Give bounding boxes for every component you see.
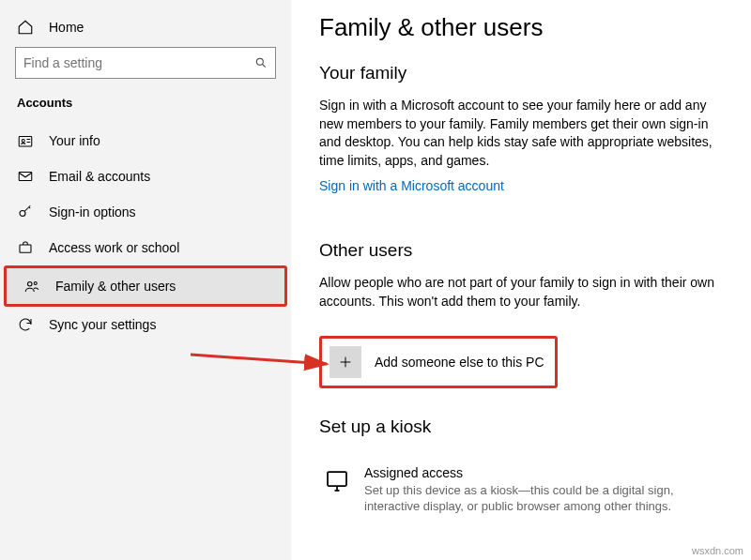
svg-rect-6	[19, 173, 32, 181]
kiosk-description: Set up this device as a kiosk—this could…	[364, 482, 725, 515]
other-users-heading: Other users	[319, 240, 728, 261]
sidebar-item-access-work-school[interactable]: Access work or school	[0, 230, 291, 265]
kiosk-text: Assigned access Set up this device as a …	[364, 465, 725, 515]
page-title: Family & other users	[319, 13, 728, 42]
watermark: wsxdn.com	[692, 545, 743, 556]
kiosk-title: Assigned access	[364, 465, 725, 480]
svg-point-9	[28, 282, 33, 287]
sidebar-item-label: Sign-in options	[49, 204, 136, 219]
home-label: Home	[49, 20, 84, 35]
svg-point-3	[22, 140, 24, 143]
search-icon	[254, 56, 268, 69]
home-icon	[17, 19, 34, 36]
home-nav[interactable]: Home	[0, 11, 291, 47]
svg-point-10	[34, 282, 37, 285]
other-users-description: Allow people who are not part of your fa…	[319, 274, 728, 310]
main-content: Family & other users Your family Sign in…	[291, 0, 751, 560]
kiosk-heading: Set up a kiosk	[319, 416, 728, 437]
sidebar-item-label: Access work or school	[49, 240, 179, 255]
sidebar-item-family-other-users[interactable]: Family & other users	[4, 265, 287, 307]
kiosk-icon	[323, 467, 351, 495]
people-icon	[23, 278, 40, 295]
mail-icon	[17, 168, 34, 185]
sidebar-item-label: Your info	[49, 133, 100, 148]
sidebar-item-label: Sync your settings	[49, 317, 156, 332]
add-someone-label: Add someone else to this PC	[375, 355, 544, 370]
svg-rect-8	[20, 245, 31, 252]
search-box[interactable]	[15, 47, 276, 79]
add-someone-button[interactable]: Add someone else to this PC	[319, 336, 558, 388]
sidebar-item-sync-settings[interactable]: Sync your settings	[0, 307, 291, 342]
family-description: Sign in with a Microsoft account to see …	[319, 97, 728, 170]
svg-point-0	[256, 58, 263, 65]
key-icon	[17, 204, 34, 220]
svg-rect-2	[19, 137, 32, 147]
assigned-access-button[interactable]: Assigned access Set up this device as a …	[319, 460, 728, 521]
signin-ms-account-link[interactable]: Sign in with a Microsoft account	[319, 178, 504, 193]
svg-rect-13	[328, 472, 346, 486]
search-input[interactable]	[23, 55, 254, 70]
svg-line-1	[263, 65, 266, 68]
sync-icon	[17, 316, 34, 333]
sidebar-item-your-info[interactable]: Your info	[0, 123, 291, 159]
person-badge-icon	[17, 132, 34, 149]
search-wrap	[15, 47, 276, 79]
briefcase-icon	[17, 239, 34, 256]
sidebar-item-label: Family & other users	[55, 279, 176, 294]
svg-point-7	[20, 211, 25, 217]
settings-sidebar: Home Accounts Your info Email & accounts…	[0, 0, 291, 560]
sidebar-item-label: Email & accounts	[49, 169, 150, 184]
plus-icon	[330, 346, 361, 378]
sidebar-item-email-accounts[interactable]: Email & accounts	[0, 159, 291, 194]
family-heading: Your family	[319, 63, 728, 83]
sidebar-section-title: Accounts	[0, 96, 291, 123]
sidebar-item-signin-options[interactable]: Sign-in options	[0, 194, 291, 230]
